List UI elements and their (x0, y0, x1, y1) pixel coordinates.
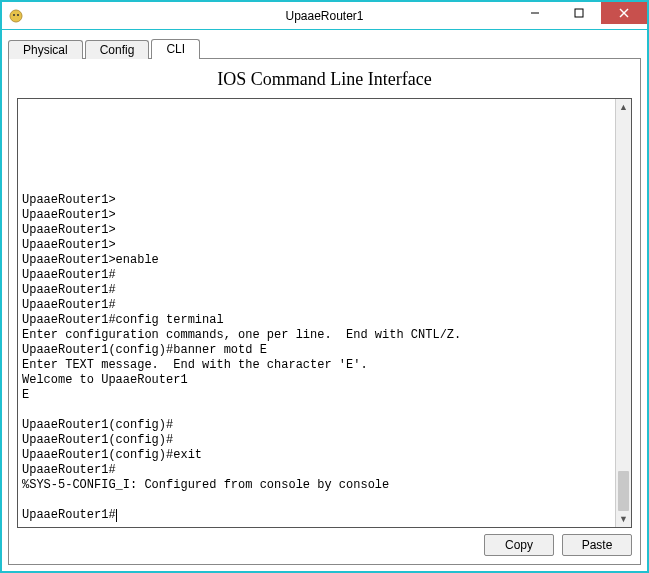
titlebar: UpaaeRouter1 (2, 2, 647, 30)
terminal-container: UpaaeRouter1> UpaaeRouter1> UpaaeRouter1… (17, 98, 632, 528)
window-controls (513, 2, 647, 29)
content-area: Physical Config CLI IOS Command Line Int… (2, 30, 647, 571)
scroll-down-button[interactable]: ▼ (616, 511, 631, 527)
scroll-thumb[interactable] (618, 471, 629, 511)
close-button[interactable] (601, 2, 647, 24)
maximize-button[interactable] (557, 2, 601, 24)
svg-rect-4 (575, 9, 583, 17)
cli-panel: IOS Command Line Interface UpaaeRouter1>… (8, 58, 641, 565)
tab-config[interactable]: Config (85, 40, 150, 59)
app-icon (8, 8, 24, 24)
svg-point-2 (17, 14, 19, 16)
svg-point-0 (10, 10, 22, 22)
paste-button[interactable]: Paste (562, 534, 632, 556)
tab-bar: Physical Config CLI (8, 34, 641, 58)
svg-point-1 (13, 14, 15, 16)
tab-physical[interactable]: Physical (8, 40, 83, 59)
scrollbar[interactable]: ▲ ▼ (615, 99, 631, 527)
panel-title: IOS Command Line Interface (17, 69, 632, 90)
scroll-track[interactable] (616, 115, 631, 511)
window: UpaaeRouter1 Physical Config CLI IOS Com… (0, 0, 649, 573)
button-row: Copy Paste (17, 534, 632, 556)
terminal-cursor (116, 509, 117, 522)
tab-cli[interactable]: CLI (151, 39, 200, 59)
terminal-prompt: UpaaeRouter1# (22, 508, 116, 522)
minimize-button[interactable] (513, 2, 557, 24)
scroll-up-button[interactable]: ▲ (616, 99, 631, 115)
copy-button[interactable]: Copy (484, 534, 554, 556)
terminal[interactable]: UpaaeRouter1> UpaaeRouter1> UpaaeRouter1… (18, 99, 615, 527)
window-title: UpaaeRouter1 (285, 9, 363, 23)
